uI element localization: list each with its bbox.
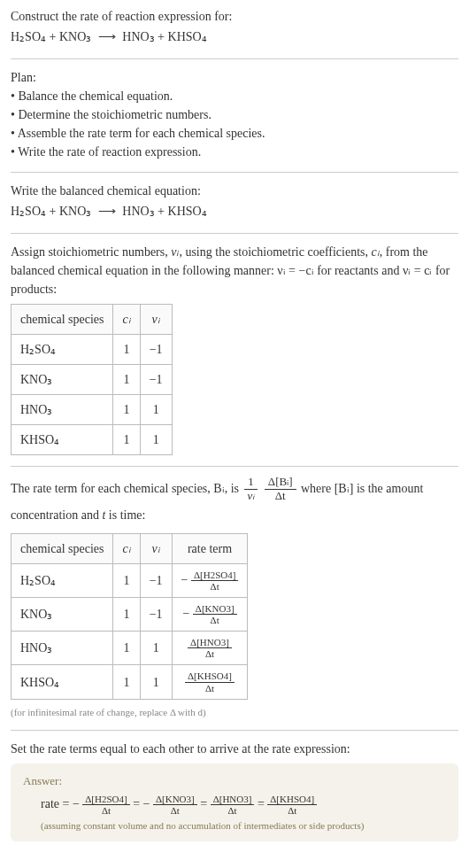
plus: + [155, 30, 168, 43]
plus: + [46, 205, 59, 218]
cell-species: HNO₃ [12, 395, 113, 425]
divider [11, 466, 458, 467]
bi-conc: [Bᵢ] [334, 482, 354, 495]
col-nu: νᵢ [140, 533, 172, 563]
answer-box: Answer: rate = − Δ[H2SO4] Δt = − Δ[KNO3]… [11, 763, 458, 841]
frac-den: Δt [153, 805, 197, 816]
cell-nu: 1 [140, 395, 172, 425]
frac-den: Δt [185, 683, 234, 694]
frac-num: Δ[HNO3] [211, 794, 255, 805]
rate-term-section: The rate term for each chemical species,… [11, 476, 458, 719]
rule-reactants: νᵢ = −cᵢ [277, 264, 313, 277]
frac-num: Δ[HNO3] [188, 637, 232, 648]
plan-item: Assemble the rate term for each chemical… [11, 124, 458, 143]
sign: − [143, 796, 150, 810]
table-row: HNO₃ 1 1 [12, 395, 173, 425]
rate-fraction: Δ[HNO3] Δt [188, 637, 232, 659]
cell-species: H₂SO₄ [12, 563, 113, 597]
frac-num: Δ[H2SO4] [191, 570, 238, 581]
c-i: cᵢ [372, 245, 380, 259]
plan-list: Balance the chemical equation. Determine… [11, 87, 458, 161]
dbi-over-dt: Δ[Bᵢ] Δt [265, 476, 296, 503]
divider [11, 730, 458, 731]
cell-nu: −1 [140, 335, 172, 365]
text: Assign stoichiometric numbers, [11, 245, 171, 259]
divider [11, 58, 458, 59]
plus: + [155, 205, 168, 218]
frac-den: νᵢ [244, 490, 258, 503]
set-equal-text: Set the rate terms equal to each other t… [11, 740, 458, 758]
col-nu: νᵢ [140, 305, 172, 335]
table-row: KNO₃ 1 −1 [12, 365, 173, 395]
frac-den: Δt [191, 581, 238, 592]
frac-num: Δ[KHSO4] [185, 670, 234, 682]
frac-num: Δ[KNO3] [153, 794, 197, 805]
stoich-table: chemical species cᵢ νᵢ H₂SO₄ 1 −1 KNO₃ 1… [11, 304, 173, 455]
eq-species: KNO₃ [59, 205, 91, 218]
col-c: cᵢ [113, 305, 140, 335]
eq-species: KHSO₄ [168, 205, 207, 218]
cell-c: 1 [113, 395, 140, 425]
text: , using the stoichiometric coefficients, [179, 245, 371, 259]
cell-nu: 1 [140, 632, 172, 665]
eq-species: KNO₃ [59, 30, 91, 43]
arrow-icon: ⟶ [95, 205, 119, 218]
cell-c: 1 [113, 365, 140, 395]
rate-fraction: Δ[KHSO4] Δt [267, 794, 317, 816]
construct-title: Construct the rate of reaction expressio… [11, 7, 458, 26]
eq-species: H₂SO₄ [11, 30, 46, 43]
cell-species: H₂SO₄ [12, 335, 113, 365]
table-row: H₂SO₄ 1 −1 [12, 335, 173, 365]
plan-item: Balance the chemical equation. [11, 87, 458, 105]
sign: − [73, 796, 80, 810]
answer-equation: rate = − Δ[H2SO4] Δt = − Δ[KNO3] Δt = Δ[… [23, 794, 446, 816]
rate-term-table: chemical species cᵢ νᵢ rate term H₂SO₄ 1… [11, 533, 248, 700]
balanced-title: Write the balanced chemical equation: [11, 182, 458, 200]
plus: + [46, 30, 59, 43]
table-row: KHSO₄ 1 1 [12, 425, 173, 455]
answer-label: Answer: [23, 772, 446, 790]
cell-c: 1 [113, 598, 140, 632]
cell-nu: −1 [140, 598, 172, 632]
plan-title: Plan: [11, 68, 458, 87]
frac-den: Δt [188, 648, 232, 659]
frac-num: Δ[H2SO4] [82, 794, 129, 805]
construct-section: Construct the rate of reaction expressio… [11, 7, 458, 48]
eq-species: H₂SO₄ [11, 205, 46, 218]
cell-c: 1 [113, 425, 140, 455]
frac-num: Δ[Bᵢ] [265, 476, 296, 490]
col-rate-term: rate term [172, 533, 248, 563]
eq-species: HNO₃ [122, 205, 154, 218]
sign: − [182, 607, 189, 620]
frac-num: Δ[KHSO4] [267, 794, 317, 805]
plan-section: Plan: Balance the chemical equation. Det… [11, 68, 458, 161]
plan-item: Write the rate of reaction expression. [11, 143, 458, 161]
rate-fraction: Δ[H2SO4] Δt [82, 794, 129, 816]
cell-species: KHSO₄ [12, 425, 113, 455]
set-equal-section: Set the rate terms equal to each other t… [11, 740, 458, 841]
cell-nu: 1 [140, 665, 172, 699]
text: where [301, 482, 334, 495]
frac-den: Δt [265, 490, 296, 503]
cell-nu: −1 [140, 563, 172, 597]
frac-den: Δt [211, 805, 255, 816]
cell-species: KNO₃ [12, 365, 113, 395]
frac-num: 1 [244, 476, 258, 490]
answer-assumption: (assuming constant volume and no accumul… [23, 818, 446, 833]
frac-den: Δt [82, 805, 129, 816]
eq-separator: = [133, 796, 142, 810]
text: is time: [105, 508, 145, 522]
b-i: Bᵢ [213, 482, 224, 495]
rate-equals: rate = [41, 796, 73, 810]
sign: − [181, 573, 188, 586]
rate-term-text: The rate term for each chemical species,… [11, 476, 458, 528]
rate-fraction: Δ[H2SO4] Δt [191, 570, 238, 592]
cell-rate-term: − Δ[H2SO4] Δt [172, 563, 248, 597]
cell-species: HNO₃ [12, 632, 113, 665]
frac-den: Δt [267, 805, 317, 816]
eq-separator: = [200, 796, 210, 810]
rate-fraction: Δ[KNO3] Δt [193, 603, 237, 625]
eq-species: KHSO₄ [168, 30, 207, 43]
text: The rate term for each chemical species, [11, 482, 213, 495]
cell-species: KHSO₄ [12, 665, 113, 699]
